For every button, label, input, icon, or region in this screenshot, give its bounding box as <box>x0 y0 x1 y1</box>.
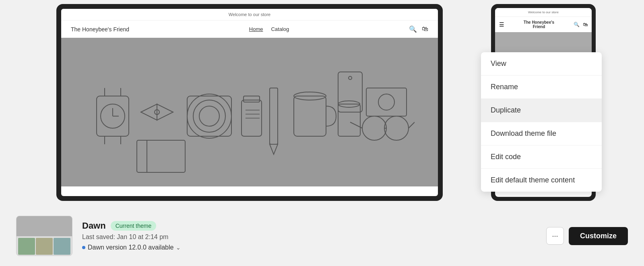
dropdown-item-rename[interactable]: Rename <box>481 76 602 99</box>
store-menu: Home Catalog <box>249 26 289 32</box>
svg-rect-14 <box>187 96 231 136</box>
store-hero <box>61 38 438 186</box>
nav-home[interactable]: Home <box>249 26 263 32</box>
theme-thumbnail <box>16 216 72 256</box>
svg-point-27 <box>384 116 409 140</box>
current-theme-badge: Current theme <box>111 221 156 231</box>
bottom-actions: ··· Customize <box>546 227 628 245</box>
svg-line-30 <box>409 122 415 128</box>
svg-rect-35 <box>366 88 407 116</box>
more-options-button[interactable]: ··· <box>546 227 564 245</box>
svg-rect-20 <box>270 88 278 144</box>
thumbnail-img-1 <box>18 238 35 255</box>
svg-rect-16 <box>244 96 260 102</box>
dropdown-item-edit-default[interactable]: Edit default theme content <box>481 169 602 192</box>
customize-button[interactable]: Customize <box>569 227 628 245</box>
theme-name: Dawn <box>82 221 106 231</box>
version-dot <box>82 246 85 249</box>
dropdown-menu: View Rename Duplicate Download theme fil… <box>481 52 602 192</box>
theme-info: Dawn Current theme Last saved: Jan 10 at… <box>82 221 537 251</box>
mobile-logo: The Honeybee's Friend <box>504 20 574 29</box>
svg-point-11 <box>187 94 231 138</box>
mobile-nav: ☰ The Honeybee's Friend 🔍 🛍 <box>495 17 592 32</box>
dropdown-item-view[interactable]: View <box>481 52 602 76</box>
theme-saved: Last saved: Jan 10 at 2:14 pm <box>82 233 537 241</box>
cart-icon[interactable]: 🛍 <box>422 25 428 33</box>
svg-rect-22 <box>294 96 326 136</box>
svg-point-13 <box>199 106 219 126</box>
search-icon[interactable]: 🔍 <box>409 25 417 33</box>
svg-point-26 <box>362 116 386 140</box>
version-text: Dawn version 12.0.0 available <box>88 244 173 251</box>
hero-illustration <box>85 48 415 176</box>
store-logo: The Honeybee's Friend <box>71 26 129 33</box>
nav-catalog[interactable]: Catalog <box>271 26 289 32</box>
svg-marker-21 <box>270 144 278 154</box>
dropdown-item-duplicate[interactable]: Duplicate <box>481 99 602 122</box>
svg-point-12 <box>193 100 225 132</box>
mobile-icons: 🔍 🛍 <box>574 22 588 27</box>
thumbnail-img-2 <box>36 238 53 255</box>
theme-title-row: Dawn Current theme <box>82 221 537 231</box>
dropdown-item-edit-code[interactable]: Edit code <box>481 145 602 169</box>
chevron-down-icon: ⌄ <box>176 244 181 251</box>
svg-rect-31 <box>137 140 185 172</box>
thumbnail-img-3 <box>54 238 70 255</box>
dropdown-item-download[interactable]: Download theme file <box>481 122 602 145</box>
store-nav: The Honeybee's Friend Home Catalog 🔍 🛍 <box>61 20 438 38</box>
mobile-hamburger-icon[interactable]: ☰ <box>499 21 504 28</box>
bottom-bar: Dawn Current theme Last saved: Jan 10 at… <box>0 206 644 266</box>
svg-rect-24 <box>338 104 360 136</box>
thumbnail-bottom <box>17 236 72 256</box>
mobile-cart-icon[interactable]: 🛍 <box>583 22 588 27</box>
store-icons: 🔍 🛍 <box>409 25 428 33</box>
theme-version[interactable]: Dawn version 12.0.0 available ⌄ <box>82 244 537 251</box>
desktop-preview: Welcome to our store The Honeybee's Frie… <box>56 4 443 201</box>
desktop-screen: Welcome to our store The Honeybee's Frie… <box>61 9 438 196</box>
svg-point-34 <box>349 76 352 80</box>
store-banner: Welcome to our store <box>61 9 438 20</box>
mobile-search-icon[interactable]: 🔍 <box>574 22 580 27</box>
svg-point-36 <box>378 94 394 110</box>
thumbnail-top <box>17 216 72 236</box>
mobile-banner: Welcome to our store <box>495 8 592 17</box>
